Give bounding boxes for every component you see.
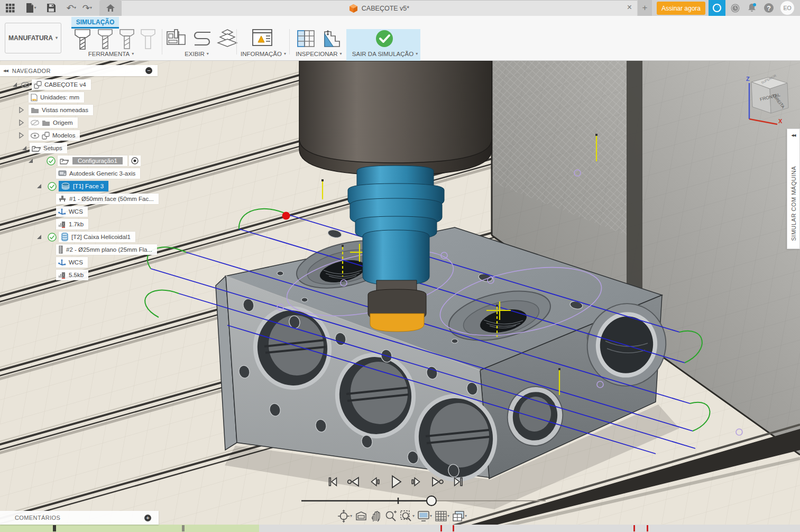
previous-operation-button[interactable] [346, 475, 361, 488]
component-icon [42, 132, 50, 140]
tree-row-tool1[interactable]: #1 - Ø50mm face (50mm Fac... [56, 194, 159, 204]
tool-shaded-icon[interactable] [73, 29, 92, 51]
look-at-button[interactable] [355, 510, 367, 522]
tree-row-setups[interactable]: Setups [21, 143, 67, 153]
save-button[interactable] [44, 1, 58, 15]
expanded-arrow-icon[interactable] [21, 145, 27, 151]
machine-display-icon[interactable] [166, 29, 187, 48]
orbit-button[interactable]: ▾ [337, 510, 352, 522]
group-ferramenta[interactable]: FERRAMENTA▾ [74, 51, 148, 57]
expanded-arrow-icon[interactable] [12, 81, 18, 88]
info-warning-icon[interactable] [252, 29, 273, 48]
caret-down-icon: ▾ [416, 52, 418, 56]
collapsed-arrow-icon[interactable] [18, 107, 24, 113]
slider-handle[interactable] [427, 496, 436, 506]
spindle [299, 61, 492, 175]
caret-down-icon: ▾ [284, 52, 286, 56]
collapsed-arrow-icon[interactable] [18, 132, 24, 139]
group-exibir[interactable]: EXIBIR▾ [170, 51, 223, 57]
tree-row-wcs1[interactable]: WCS [56, 206, 88, 217]
activity-history-button[interactable] [729, 2, 741, 14]
machine-icon [58, 170, 67, 177]
gcode-size-icon [58, 271, 66, 279]
clock-icon [730, 3, 740, 13]
tool-holder-icon[interactable] [96, 29, 114, 51]
zoom-window-button[interactable]: ▾ [400, 510, 415, 522]
tree-row-op-face3[interactable]: [T1] Face 3 [36, 181, 108, 191]
eye-icon[interactable] [21, 82, 30, 88]
undo-button[interactable]: ↶▾ [65, 1, 78, 15]
group-informacao[interactable]: INFORMAÇÃO▾ [233, 51, 294, 57]
skip-to-start-button[interactable] [326, 475, 339, 488]
next-operation-button[interactable] [430, 475, 445, 488]
step-back-button[interactable] [368, 475, 382, 488]
expanded-arrow-icon[interactable] [27, 158, 34, 164]
tree-row-setup1[interactable]: Configuração1 [27, 155, 141, 166]
timeline-warning-marker [647, 525, 648, 531]
display-group-icons [166, 29, 238, 48]
measure-icon[interactable] [320, 29, 342, 49]
tree-row-models[interactable]: Modelos [18, 130, 80, 141]
new-tab-button[interactable]: + [638, 0, 652, 16]
tree-label: Autodesk Generic 3-axis [69, 170, 135, 177]
tree-row-machine[interactable]: Autodesk Generic 3-axis [56, 168, 140, 179]
workspace-selector[interactable]: MANUFATURA▾ [5, 23, 61, 53]
simulation-timeline[interactable] [0, 525, 800, 532]
app-grid-button[interactable] [3, 1, 17, 15]
exit-simulation-check-icon[interactable] [374, 29, 394, 49]
close-tab-icon[interactable]: × [627, 3, 632, 12]
skip-to-end-button[interactable] [452, 475, 465, 488]
tool-outline-icon[interactable] [118, 29, 135, 51]
display-settings-button[interactable]: ▾ [417, 510, 432, 522]
eye-off-icon[interactable] [31, 120, 39, 126]
collapsed-arrow-icon[interactable] [18, 120, 24, 126]
group-inspecionar[interactable]: INSPECIONAR▾ [288, 51, 350, 57]
sign-in-button[interactable]: Assinar agora [657, 2, 705, 15]
tree-row-size2[interactable]: 5.5kb [56, 270, 88, 280]
redo-button[interactable]: ↷▾ [80, 1, 94, 15]
viewport-3d[interactable]: FRONTAL DIREITA SUPERIOR Z X [0, 61, 800, 532]
tree-label: Unidades: mm [40, 94, 79, 100]
tree-row-root[interactable]: CABEÇOTE v4 [12, 79, 91, 90]
play-button[interactable] [389, 475, 402, 489]
collapse-left-icon[interactable]: ◀◀ [3, 69, 8, 73]
collapse-panel-icon[interactable]: − [145, 67, 152, 74]
timeline-warning-marker [440, 525, 442, 531]
tree-label: WCS [69, 208, 83, 215]
tab-simulacao[interactable]: SIMULAÇÃO [71, 17, 119, 29]
file-menu-button[interactable]: ▾ [24, 1, 38, 15]
button-sair-da-simulacao[interactable]: SAIR DA SIMULAÇÃO▾ [346, 51, 424, 57]
document-tab[interactable]: CABEÇOTE v5* × [122, 0, 637, 16]
tool-ghost-icon[interactable] [140, 29, 157, 51]
grid-snap-button[interactable]: ▾ [435, 510, 449, 522]
viewports-button[interactable]: ▾ [452, 510, 467, 522]
job-status-button[interactable] [709, 0, 725, 16]
navigator-header[interactable]: ◀◀ NAVEGADOR − [0, 65, 158, 76]
tree-row-origin[interactable]: Origem [18, 117, 78, 128]
statistics-icon[interactable] [296, 30, 316, 49]
zoom-button[interactable] [384, 510, 397, 522]
tree-row-size1[interactable]: 1.7kb [56, 219, 88, 230]
tree-row-units[interactable]: Unidades: mm [29, 92, 84, 103]
home-view-button[interactable] [99, 0, 122, 16]
tree-label: WCS [69, 259, 83, 265]
pan-button[interactable] [370, 510, 382, 522]
collapse-left-icon[interactable]: ◀◀ [792, 133, 796, 137]
avatar[interactable]: EO [780, 1, 794, 15]
expanded-arrow-icon[interactable] [36, 234, 42, 240]
active-setup-radio[interactable] [129, 155, 141, 166]
notifications-button[interactable] [746, 2, 758, 14]
comments-panel-header[interactable]: COMENTÁRIOS + [0, 511, 159, 525]
tree-row-named-views[interactable]: Vistas nomeadas [18, 105, 93, 115]
help-button[interactable]: ? [762, 2, 775, 14]
tree-row-op-helical[interactable]: [T2] Caixa Helicoidal1 [36, 232, 135, 242]
stock-display-icon[interactable] [217, 29, 238, 48]
toolpath-display-icon[interactable] [191, 30, 213, 48]
step-forward-button[interactable] [409, 475, 423, 488]
expanded-arrow-icon[interactable] [36, 183, 42, 189]
simulate-machine-panel-tab[interactable]: ◀◀ SIMULAR COM MÁQUINA [787, 129, 800, 249]
tree-row-wcs2[interactable]: WCS [56, 257, 88, 268]
tree-row-tool2[interactable]: #2 - Ø25mm plano (25mm Fla... [56, 244, 157, 255]
add-comment-icon[interactable]: + [144, 515, 151, 521]
eye-icon[interactable] [31, 133, 39, 139]
